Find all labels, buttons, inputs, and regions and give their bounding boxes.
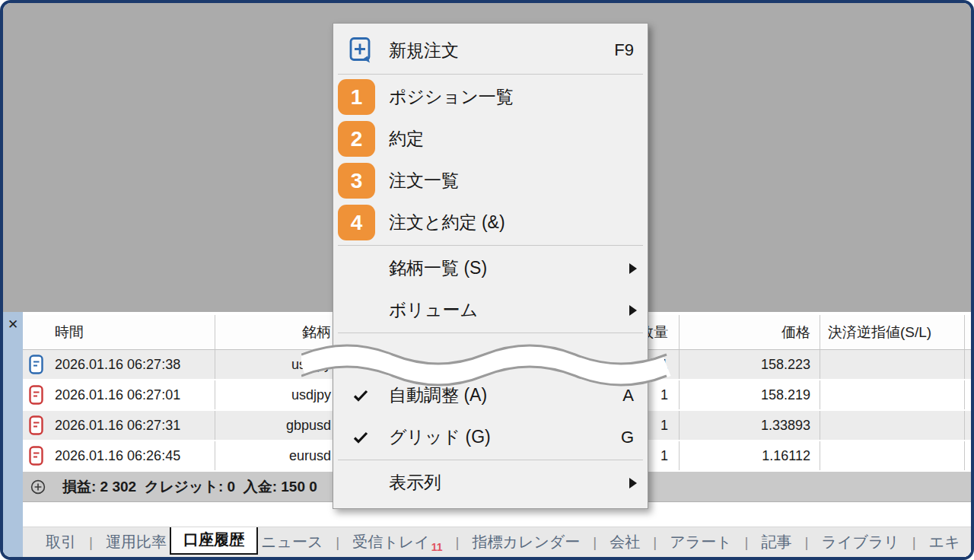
step-badge-3: 3 — [338, 163, 375, 199]
context-menu: 新規注文F91ポジション一覧2約定3注文一覧4注文と約定 (&)銘柄一覧 (S)… — [333, 23, 648, 509]
spare-cell — [965, 441, 971, 470]
symbol-cell: gbpusd — [215, 411, 341, 440]
tab-label: 会社 — [610, 533, 640, 550]
column-header-1[interactable]: 銘柄 — [215, 315, 341, 349]
column-header-5[interactable] — [965, 315, 971, 349]
menu-item-label: 銘柄一覧 (S) — [384, 256, 629, 280]
menu-item-badge: 2 — [338, 121, 384, 157]
tab-8[interactable]: 記事 — [759, 532, 795, 552]
menu-item-label: 自動調整 (A) — [384, 383, 622, 407]
menu-separator — [338, 460, 643, 460]
toolbox-tab-bar: 取引|運用比率口座履歴ニュース|受信トレイ11|指標カレンダー|会社|アラート|… — [23, 527, 971, 557]
column-header-0[interactable]: 時間 — [23, 315, 215, 349]
menu-item-columns[interactable]: 表示列 — [333, 462, 648, 504]
tab-label: 取引 — [46, 533, 76, 550]
order-doc-icon-red — [29, 446, 43, 466]
tab-separator: | — [912, 534, 916, 551]
new-order-icon — [338, 37, 384, 65]
tab-label: 指標カレンダー — [472, 533, 580, 550]
tab-separator: | — [593, 534, 597, 551]
menu-item-label: 表示列 — [384, 471, 629, 495]
menu-item-label: 注文と約定 (&) — [384, 211, 637, 234]
tab-label: 運用比率 — [106, 533, 167, 550]
menu-shortcut: A — [622, 386, 637, 406]
symbol-cell: usdjpy — [215, 350, 341, 379]
price-cell: 158.223 — [680, 350, 820, 379]
time-value: 2026.01.16 06:26:45 — [55, 448, 180, 464]
menu-item-symbols[interactable]: 銘柄一覧 (S) — [333, 247, 648, 289]
tab-1[interactable]: 運用比率 — [103, 532, 170, 552]
tab-0[interactable]: 取引 — [43, 532, 79, 552]
tab-7[interactable]: アラート — [667, 532, 734, 552]
order-doc-icon-red — [29, 415, 43, 435]
column-header-3[interactable]: 価格 — [680, 315, 820, 349]
time-cell: 2026.01.16 06:26:45 — [23, 441, 215, 470]
tab-10[interactable]: エキ — [926, 532, 963, 552]
submenu-arrow-icon — [629, 478, 637, 488]
sl-cell — [820, 411, 965, 440]
menu-item-label: 新規注文 — [384, 39, 614, 62]
tab-active-2[interactable]: 口座履歴 — [170, 527, 258, 555]
tab-6[interactable]: 会社 — [606, 532, 643, 552]
time-cell: 2026.01.16 06:27:01 — [23, 380, 215, 409]
checkmark-icon — [338, 431, 384, 444]
menu-separator — [338, 245, 643, 246]
tab-separator: | — [336, 534, 339, 551]
toolbox-side-strip: ✕ ツールボックス — [3, 312, 23, 557]
time-value: 2026.01.16 06:27:31 — [55, 418, 180, 434]
price-cell: 1.33893 — [680, 411, 820, 440]
step-badge-2: 2 — [338, 121, 375, 157]
menu-item-label: 約定 — [384, 127, 637, 151]
tab-label: ライブラリ — [821, 533, 899, 550]
tab-label: ニュース — [261, 533, 323, 550]
terminal-window: ✕ ツールボックス 時間銘柄数量価格決済逆指値(S/L) 2026.01.16 … — [0, 0, 974, 560]
tab-separator: | — [653, 534, 657, 551]
tab-label: 記事 — [762, 533, 792, 550]
submenu-arrow-icon — [629, 305, 637, 316]
unread-count-badge: 11 — [431, 541, 443, 553]
tab-4[interactable]: 受信トレイ11 — [349, 532, 445, 553]
column-header-4[interactable]: 決済逆指値(S/L) — [820, 315, 965, 349]
tab-9[interactable]: ライブラリ — [818, 532, 902, 552]
menu-shortcut: F9 — [614, 40, 637, 60]
menu-item-grid[interactable]: グリッド (G)G — [333, 416, 648, 458]
screenshot: ✕ ツールボックス 時間銘柄数量価格決済逆指値(S/L) 2026.01.16 … — [0, 0, 974, 560]
tab-5[interactable]: 指標カレンダー — [469, 532, 583, 552]
step-badge-4: 4 — [338, 205, 375, 240]
menu-item-volume[interactable]: ボリューム — [333, 289, 648, 331]
step-badge-1: 1 — [338, 79, 375, 115]
time-value: 2026.01.16 06:27:38 — [55, 357, 180, 373]
order-doc-icon-blue — [29, 355, 43, 374]
menu-item-deals[interactable]: 2約定 — [333, 118, 648, 160]
sl-cell — [820, 350, 965, 379]
tab-separator: | — [456, 534, 460, 551]
menu-cut-gap — [333, 335, 648, 374]
time-cell: 2026.01.16 06:27:31 — [23, 411, 215, 440]
menu-item-new-order[interactable]: 新規注文F9 — [333, 28, 648, 72]
close-icon[interactable]: ✕ — [3, 318, 23, 331]
tab-3[interactable]: ニュース — [258, 532, 326, 552]
menu-item-label: グリッド (G) — [384, 425, 621, 449]
spare-cell — [965, 350, 971, 379]
expand-plus-icon[interactable] — [30, 479, 46, 495]
tab-separator: | — [805, 534, 809, 551]
spare-cell — [965, 380, 971, 409]
menu-item-badge: 4 — [338, 205, 384, 240]
tab-label: エキ — [929, 533, 960, 550]
menu-item-label: ボリューム — [384, 298, 629, 322]
tab-separator: | — [745, 534, 749, 551]
tab-label: 受信トレイ — [352, 533, 429, 550]
menu-item-positions[interactable]: 1ポジション一覧 — [333, 76, 648, 118]
menu-item-orders[interactable]: 3注文一覧 — [333, 160, 648, 202]
sl-cell — [820, 380, 965, 409]
menu-item-label: 注文一覧 — [384, 169, 637, 192]
time-cell: 2026.01.16 06:27:38 — [23, 350, 215, 379]
menu-item-badge: 1 — [338, 79, 384, 115]
menu-item-orders-and-deals[interactable]: 4注文と約定 (&) — [333, 202, 648, 243]
price-cell: 158.219 — [680, 380, 820, 409]
order-doc-icon-red — [29, 385, 43, 405]
menu-item-auto-arrange[interactable]: 自動調整 (A)A — [333, 374, 648, 416]
symbol-cell: usdjpy — [215, 380, 341, 409]
price-cell: 1.16112 — [680, 441, 820, 470]
menu-item-badge: 3 — [338, 163, 384, 199]
